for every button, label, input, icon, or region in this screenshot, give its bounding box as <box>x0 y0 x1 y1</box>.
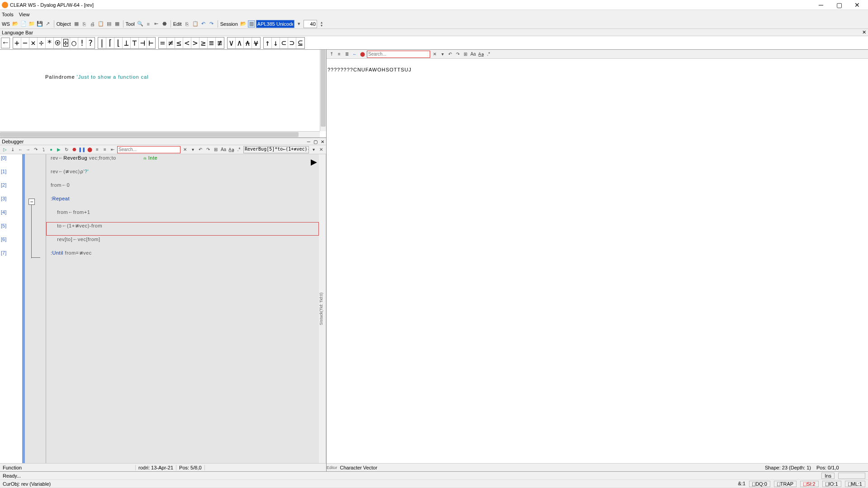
dbg-cont-icon[interactable]: ● <box>48 147 54 153</box>
sym-bang[interactable]: ! <box>78 38 86 48</box>
sym-gt[interactable]: > <box>191 38 199 48</box>
debugger-close-icon[interactable]: ✕ <box>321 139 324 144</box>
sym-le[interactable]: ≤ <box>175 38 183 48</box>
dbg-regex-icon[interactable]: .* <box>236 147 242 153</box>
dbg-fwd-icon[interactable]: → <box>25 147 31 153</box>
ed-sort-icon[interactable]: ⤒ <box>328 51 335 57</box>
ed-regex-icon[interactable]: .* <box>485 51 492 57</box>
edit-paste-icon[interactable]: 📋 <box>192 20 199 28</box>
sym-and[interactable]: ∧ <box>236 38 244 48</box>
font-dropdown-icon[interactable]: ▾ <box>295 20 303 28</box>
debugger-search-input[interactable] <box>117 146 180 153</box>
line-num[interactable]: [4] <box>0 209 22 223</box>
sym-times[interactable]: × <box>29 38 38 48</box>
editor-search-input[interactable] <box>367 51 430 58</box>
dbg-break-icon[interactable]: ⬤ <box>86 147 93 153</box>
menu-tools[interactable]: Tools <box>2 12 14 17</box>
dbg-go-icon[interactable]: ▶ <box>56 147 62 153</box>
line-num[interactable]: [1] <box>0 169 22 182</box>
dbg-case-icon[interactable]: Aa <box>220 147 227 153</box>
ws-export-icon[interactable]: ↗ <box>44 20 52 28</box>
sym-ne[interactable]: ≠ <box>167 38 175 48</box>
editor-vert-label[interactable]: Editor <box>327 464 337 472</box>
tool-list-icon[interactable]: ≡ <box>145 20 152 28</box>
fold-toggle-icon[interactable]: − <box>28 199 35 205</box>
sym-or[interactable]: ∨ <box>228 38 236 48</box>
ed-whole-icon[interactable]: A̲a̲ <box>478 51 484 57</box>
dbg-run-icon[interactable]: ▷ <box>2 147 8 153</box>
ws-load-icon[interactable]: 📂 <box>12 20 19 28</box>
obj-copy-icon[interactable]: ⎘ <box>81 20 88 28</box>
sym-minus[interactable]: − <box>21 38 29 48</box>
dbg-pause-icon[interactable]: ❚❚ <box>79 147 85 153</box>
sym-stile[interactable]: | <box>98 38 106 48</box>
debugger-max-icon[interactable]: ▢ <box>313 139 318 144</box>
close-button[interactable]: ✕ <box>848 0 866 10</box>
ed-list2-icon[interactable]: ≣ <box>344 51 350 57</box>
tool-outdent-icon[interactable]: ⇤ <box>153 20 160 28</box>
sym-eq[interactable]: = <box>159 38 167 48</box>
line-num[interactable]: [5] <box>0 223 22 237</box>
session-toggle-icon[interactable]: ▥ <box>248 20 255 28</box>
sym-ceil[interactable]: ⌈ <box>106 38 114 48</box>
sym-log[interactable]: ⍟ <box>54 38 62 48</box>
sym-nand[interactable]: ⍲ <box>244 38 252 48</box>
sym-match[interactable]: ≡ <box>208 38 216 48</box>
session-pane[interactable]: Palindrome 'Just to show a function cal <box>0 50 326 138</box>
line-num[interactable]: [3] <box>0 196 22 209</box>
sym-notmatch[interactable]: ≢ <box>216 38 224 48</box>
code-area[interactable]: ▶ rev←ReverBug vec;from;to⍝ Inte rev←(≢v… <box>46 154 319 463</box>
tool-stop-icon[interactable]: ⬣ <box>161 20 168 28</box>
line-num[interactable]: [0] <box>0 155 22 169</box>
dbg-list1-icon[interactable]: ≡ <box>94 147 100 153</box>
minimize-button[interactable]: ─ <box>812 0 830 10</box>
sym-down[interactable]: ↓ <box>272 38 280 48</box>
ws-save-icon[interactable]: 💾 <box>36 20 43 28</box>
session-hscroll[interactable] <box>0 131 320 137</box>
dbg-find-next-icon[interactable]: ↷ <box>205 147 211 153</box>
obj-print-icon[interactable]: 🖨 <box>89 20 96 28</box>
sym-circle[interactable]: ○ <box>70 38 78 48</box>
maximize-button[interactable]: ▢ <box>830 0 848 10</box>
sym-subset[interactable]: ⊆ <box>296 38 304 48</box>
session-load-icon[interactable]: 📂 <box>240 20 247 28</box>
editor-body[interactable]: ????????CNUFAWOHSOTTSUJ <box>327 59 868 463</box>
obj-table-icon[interactable]: ▤ <box>105 20 113 28</box>
font-size-input[interactable] <box>304 20 317 28</box>
edit-copy-icon[interactable]: ⎘ <box>184 20 191 28</box>
sym-ge[interactable]: ≥ <box>199 38 208 48</box>
sym-encode[interactable]: ⊤ <box>131 38 139 48</box>
ed-search-clear-icon[interactable]: ✕ <box>432 51 438 57</box>
dbg-loc-drop-icon[interactable]: ▾ <box>310 147 317 153</box>
dbg-loc-close-icon[interactable]: ✕ <box>318 147 324 153</box>
debugger-location[interactable]: ReverBug[5]*to←(1+≢vec)-from <box>243 146 309 153</box>
language-bar-close-icon[interactable]: ✕ <box>862 29 866 35</box>
ed-stop-icon[interactable]: ⬤ <box>359 51 365 57</box>
ed-list-icon[interactable]: ≡ <box>336 51 342 57</box>
sym-nor[interactable]: ⍱ <box>252 38 260 48</box>
lang-back-button[interactable]: ← <box>1 38 10 48</box>
line-num[interactable]: [6] <box>0 237 22 250</box>
session-vscroll[interactable] <box>320 50 326 131</box>
ws-copy-icon[interactable]: 📄 <box>20 20 27 28</box>
line-num[interactable]: [2] <box>0 182 22 196</box>
sym-disclose[interactable]: ⊃ <box>288 38 296 48</box>
dbg-search-drop-icon[interactable]: ▾ <box>190 147 196 153</box>
dbg-skip-icon[interactable]: ↻ <box>63 147 70 153</box>
sym-divide[interactable]: ÷ <box>38 38 46 48</box>
ed-box-icon[interactable]: ⊞ <box>462 51 469 57</box>
sym-floor[interactable]: ⌊ <box>114 38 123 48</box>
sym-decode[interactable]: ⊥ <box>123 38 131 48</box>
sym-righttack[interactable]: ⊢ <box>147 38 155 48</box>
dbg-over-icon[interactable]: ↷ <box>33 147 39 153</box>
ed-case-icon[interactable]: Aa <box>470 51 476 57</box>
ed-search-drop-icon[interactable]: ▾ <box>439 51 446 57</box>
line-num[interactable]: [7] <box>0 250 22 264</box>
ws-open-icon[interactable]: 📁 <box>28 20 35 28</box>
redo-icon[interactable]: ↷ <box>208 20 215 28</box>
obj-doc-icon[interactable]: 📋 <box>97 20 104 28</box>
dbg-find-prev-icon[interactable]: ↶ <box>197 147 204 153</box>
obj-grid2-icon[interactable]: ▦ <box>114 20 121 28</box>
dbg-step-icon[interactable]: ⤓ <box>9 147 16 153</box>
obj-grid-icon[interactable]: ▦ <box>73 20 80 28</box>
